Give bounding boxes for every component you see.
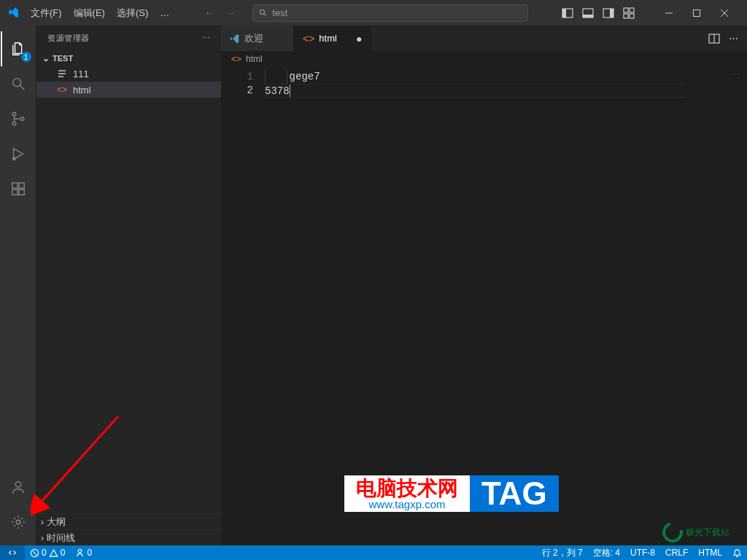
svg-rect-9 bbox=[630, 8, 634, 12]
editor-body[interactable]: 1 2 gege7 5378 -- bbox=[221, 67, 747, 545]
explorer-badge: 1 bbox=[21, 52, 31, 62]
menu-edit[interactable]: 编辑(E) bbox=[68, 4, 111, 23]
file-label: 111 bbox=[73, 69, 89, 79]
status-ports[interactable]: 0 bbox=[70, 548, 97, 558]
svg-point-18 bbox=[12, 112, 16, 116]
menu-more-icon[interactable]: … bbox=[154, 4, 175, 21]
svg-rect-13 bbox=[694, 9, 700, 16]
breadcrumb-text: html bbox=[246, 54, 263, 64]
layout-sidebar-right-icon[interactable] bbox=[603, 7, 614, 19]
editor-tabs: 欢迎 <> html ● ⋯ bbox=[221, 26, 747, 51]
status-spaces[interactable]: 空格: 4 bbox=[588, 547, 625, 559]
menu-file[interactable]: 文件(F) bbox=[25, 4, 68, 23]
tab-welcome[interactable]: 欢迎 bbox=[221, 26, 294, 51]
file-item-html[interactable]: <> html bbox=[36, 82, 221, 98]
layout-sidebar-left-icon[interactable] bbox=[562, 7, 573, 19]
svg-point-27 bbox=[16, 520, 20, 524]
menu-select[interactable]: 选择(S) bbox=[111, 4, 154, 23]
timeline-label: 时间线 bbox=[47, 532, 75, 545]
svg-rect-5 bbox=[583, 15, 593, 18]
window-minimize-icon[interactable] bbox=[655, 5, 683, 21]
customize-layout-icon[interactable] bbox=[623, 7, 635, 19]
svg-point-20 bbox=[20, 117, 24, 121]
svg-point-26 bbox=[15, 482, 20, 487]
status-language[interactable]: HTML bbox=[693, 548, 727, 558]
timeline-section[interactable]: › 时间线 bbox=[36, 529, 221, 545]
svg-rect-8 bbox=[624, 8, 628, 12]
minimap[interactable]: -- bbox=[686, 67, 747, 545]
svg-point-19 bbox=[12, 122, 16, 125]
svg-rect-25 bbox=[18, 183, 23, 188]
activity-extensions-icon[interactable] bbox=[1, 171, 36, 206]
editor-area: 欢迎 <> html ● ⋯ <> html 1 2 bbox=[221, 26, 747, 545]
ports-count: 0 bbox=[87, 548, 92, 558]
html-file-icon: <> bbox=[303, 33, 314, 44]
outline-label: 大纲 bbox=[47, 516, 66, 529]
activity-bar: 1 bbox=[0, 26, 36, 545]
tab-html[interactable]: <> html ● bbox=[294, 26, 371, 51]
remote-indicator[interactable] bbox=[0, 545, 25, 560]
activity-settings-gear-icon[interactable] bbox=[1, 505, 36, 540]
activity-search-icon[interactable] bbox=[1, 66, 36, 101]
watermark-jiguang: 极光下载站 bbox=[662, 522, 729, 542]
breadcrumb[interactable]: <> html bbox=[221, 51, 747, 67]
vscode-icon bbox=[230, 34, 240, 44]
svg-point-32 bbox=[79, 549, 82, 553]
activity-explorer-icon[interactable]: 1 bbox=[1, 31, 36, 66]
chevron-right-icon: › bbox=[41, 517, 44, 527]
svg-line-31 bbox=[33, 551, 37, 555]
activity-run-debug-icon[interactable] bbox=[1, 136, 36, 171]
folder-label: TEST bbox=[53, 54, 73, 63]
svg-rect-10 bbox=[624, 14, 628, 18]
chevron-right-icon: › bbox=[41, 533, 44, 543]
status-notifications-icon[interactable] bbox=[727, 548, 747, 558]
chevron-down-icon: ⌄ bbox=[42, 53, 50, 63]
titlebar: 文件(F) 编辑(E) 选择(S) … ← → test bbox=[0, 0, 747, 26]
status-problems[interactable]: 0 0 bbox=[25, 548, 70, 558]
status-eol[interactable]: CRLF bbox=[660, 548, 693, 558]
status-encoding[interactable]: UTF-8 bbox=[625, 548, 660, 558]
sidebar-title: 资源管理器 bbox=[47, 33, 90, 44]
svg-rect-11 bbox=[630, 14, 634, 18]
svg-rect-3 bbox=[562, 9, 566, 18]
errors-count: 0 bbox=[42, 548, 47, 558]
logo-circle-icon bbox=[659, 518, 686, 546]
vscode-logo bbox=[3, 7, 25, 19]
html-file-icon: <> bbox=[57, 85, 67, 95]
file-item-111[interactable]: 111 bbox=[36, 66, 221, 82]
activity-source-control-icon[interactable] bbox=[1, 101, 36, 136]
minimap-mark: -- bbox=[732, 70, 740, 77]
search-icon bbox=[259, 9, 268, 18]
code-content[interactable]: gege7 5378 bbox=[265, 67, 747, 545]
svg-rect-24 bbox=[18, 190, 23, 195]
warnings-count: 0 bbox=[61, 548, 66, 558]
command-center-search[interactable]: test bbox=[252, 4, 528, 22]
activity-accounts-icon[interactable] bbox=[1, 470, 36, 505]
nav-forward-icon[interactable]: → bbox=[225, 7, 235, 18]
nav-back-icon[interactable]: ← bbox=[204, 7, 214, 18]
line-number: 1 bbox=[221, 70, 253, 84]
svg-point-16 bbox=[12, 79, 20, 87]
outline-section[interactable]: › 大纲 bbox=[36, 513, 221, 529]
gutter: 1 2 bbox=[221, 67, 265, 545]
file-label: html bbox=[73, 85, 91, 96]
svg-line-17 bbox=[20, 86, 24, 90]
text-cursor bbox=[290, 85, 290, 97]
layout-panel-bottom-icon[interactable] bbox=[582, 7, 594, 19]
watermark-text: 电脑技术网 bbox=[356, 478, 458, 499]
folder-test[interactable]: ⌄ TEST bbox=[36, 51, 221, 66]
watermark-url: www.tagxp.com bbox=[368, 499, 445, 510]
sidebar-more-icon[interactable]: ⋯ bbox=[202, 34, 210, 43]
window-maximize-icon[interactable] bbox=[683, 5, 711, 21]
watermark-tag: 电脑技术网 www.tagxp.com TAG bbox=[344, 475, 559, 512]
line-number: 2 bbox=[221, 84, 253, 98]
svg-rect-7 bbox=[610, 9, 614, 18]
window-close-icon[interactable] bbox=[711, 5, 738, 21]
status-line-col[interactable]: 行 2，列 7 bbox=[537, 547, 588, 559]
text-file-icon bbox=[57, 69, 67, 79]
editor-more-icon[interactable]: ⋯ bbox=[729, 33, 738, 44]
svg-rect-22 bbox=[12, 183, 17, 188]
split-editor-icon[interactable] bbox=[708, 33, 720, 44]
sidebar: 资源管理器 ⋯ ⌄ TEST 111 <> html › 大纲 bbox=[36, 26, 221, 545]
statusbar: 0 0 0 行 2，列 7 空格: 4 UTF-8 CRLF HTML bbox=[0, 545, 747, 560]
